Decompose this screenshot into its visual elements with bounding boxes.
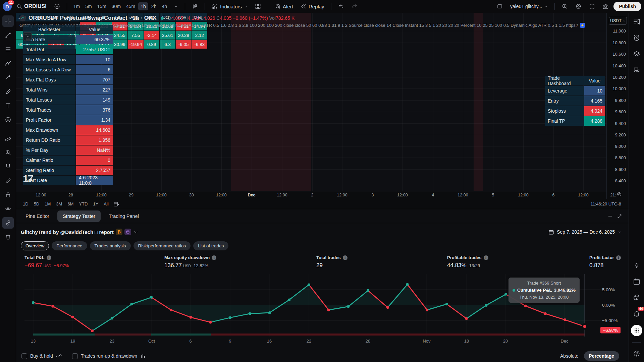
timeframe-2h[interactable]: 2h [149,2,159,10]
time-tick[interactable]: Dec [248,193,256,197]
runup-checkbox[interactable] [72,353,78,359]
equity-x-tick[interactable]: 9 [229,339,231,344]
tab-trading-panel[interactable]: Trading Panel [103,210,144,222]
broadcast-icon[interactable] [632,293,642,303]
info-icon[interactable]: i [343,255,347,260]
lightning-icon[interactable] [632,260,642,270]
fib-retracement-tool[interactable] [2,44,14,55]
tab-pine-editor[interactable]: Pine Editor [20,210,55,222]
info-icon[interactable]: i [47,255,51,260]
replay-button[interactable]: Replay [298,2,327,11]
tab-strategy-tester[interactable]: Strategy Tester [57,210,101,222]
measure-tool[interactable] [2,133,14,144]
equity-x-tick[interactable]: Dec [560,339,568,344]
chart-style-icon[interactable] [189,2,201,11]
info-icon[interactable]: i [212,255,216,260]
date-range-select[interactable]: Sep 7, 2025 — Dec 6, 2025 [548,229,624,235]
chat-icon[interactable] [632,65,642,75]
watchlist-icon[interactable] [632,17,642,27]
apps-grid-button[interactable] [631,325,642,336]
bitcoin-badge-icon[interactable]: ₿ [116,229,122,235]
equity-x-tick[interactable]: 28 [366,339,370,344]
layout-icon[interactable] [494,2,505,11]
range-3m[interactable]: 3M [53,200,65,207]
subtab-overview[interactable]: Overview [21,241,49,250]
indicator-templates-icon[interactable] [252,2,264,11]
timeframe-chevron-icon[interactable] [171,3,181,10]
lock-tool[interactable] [2,189,14,200]
range-all[interactable]: All [101,200,111,207]
range-5d[interactable]: 5D [31,200,42,207]
object-tree-layers-icon[interactable] [632,49,642,59]
equity-x-tick[interactable]: 6 [189,339,192,344]
time-tick[interactable]: 3 [372,193,374,197]
subtab-risk-performance-ratios[interactable]: Risk/performance ratios [133,241,191,250]
equity-x-tick[interactable]: 19 [70,339,75,344]
alerts-clock-icon[interactable] [632,33,642,43]
range-1y[interactable]: 1Y [90,200,101,207]
quick-search-icon[interactable] [559,2,571,11]
timeframe-45m[interactable]: 45m [124,2,138,10]
undo-icon[interactable] [335,2,347,11]
equity-x-tick[interactable]: 18 [464,339,469,344]
help-icon[interactable] [632,349,642,359]
axis-settings-gear-icon[interactable] [616,192,622,197]
price-axis[interactable]: USDT 11.00010.80010.60010.40010.20010.00… [606,13,629,199]
time-tick[interactable]: 12:00 [216,193,226,197]
calendar-badge-icon[interactable] [124,229,131,235]
text-tool[interactable] [2,100,14,111]
user-avatar[interactable]: D 11 [3,2,12,11]
subtab-performance[interactable]: Performance [52,241,87,250]
alert-button[interactable]: Alert [272,2,296,11]
fullscreen-icon[interactable] [586,2,598,11]
equity-x-tick[interactable]: 20 [503,339,508,344]
subtab-list-of-trades[interactable]: List of trades [193,241,228,250]
link-tool[interactable] [2,217,14,229]
range-1d[interactable]: 1D [20,200,31,207]
timeframe-4h[interactable]: 4h [159,2,169,10]
brush-tool[interactable] [2,86,14,97]
time-tick[interactable]: 12:00 [518,193,528,197]
buy-hold-checkbox[interactable] [21,353,27,359]
timeframe-5m[interactable]: 5m [83,2,94,10]
minimize-panel-icon[interactable] [608,214,612,219]
equity-x-tick[interactable]: 16 [267,339,272,344]
equity-x-tick[interactable]: 22 [307,339,311,344]
subtab-trades-analysis[interactable]: Trades analysis [90,241,131,250]
time-tick[interactable]: 12:00 [96,193,106,197]
tradingview-logo[interactable]: 17 [23,173,33,184]
main-price-chart[interactable]: ORDIUSDT Perpetual Swap Contract · 1h · … [16,13,606,191]
forecast-tool[interactable] [2,72,14,83]
strategy-chevron-icon[interactable] [134,230,138,234]
maximize-panel-icon[interactable] [617,214,622,219]
layout-select[interactable]: yale01 glitchy... [507,2,550,10]
boost-icon[interactable]: ⚡ [580,23,585,28]
chart-title[interactable]: ORDIUSDT Perpetual Swap Contract · 1h · … [29,15,157,21]
time-tick[interactable]: 2 [311,193,314,197]
snapshot-camera-icon[interactable] [600,2,611,11]
time-tick[interactable]: 12:00 [578,193,588,197]
crosshair-tool[interactable] [2,15,14,27]
publish-button[interactable]: Publish [613,2,641,11]
time-tick[interactable]: 21: [610,193,616,197]
percentage-mode-button[interactable]: Percentage [584,351,619,361]
time-tick[interactable]: 12:00 [277,193,287,197]
buy-hold-toggle[interactable]: Buy & hold [21,353,62,359]
info-icon[interactable]: i [616,255,621,260]
edit-tool[interactable] [2,175,14,186]
redo-icon[interactable] [349,2,360,11]
time-tick[interactable]: 12:00 [156,193,166,197]
absolute-mode-button[interactable]: Absolute [560,353,578,359]
equity-x-tick[interactable]: 13 [31,339,36,344]
indicators-button[interactable]: Indicators [209,2,250,11]
notifications-bell-icon[interactable]: 44 [632,309,642,319]
table-collapse-button[interactable] [23,32,32,41]
info-icon[interactable]: i [484,255,488,260]
time-tick[interactable]: 5 [492,193,494,197]
timeframe-30m[interactable]: 30m [109,2,123,10]
strategy-title[interactable]: GlitchyTrend by @DaviddTech □ report [21,229,114,235]
hide-drawings-tool[interactable] [2,203,14,215]
equity-x-tick[interactable]: 23 [110,339,114,344]
time-tick[interactable]: 12:00 [36,193,46,197]
time-tick[interactable]: 12:00 [337,193,347,197]
